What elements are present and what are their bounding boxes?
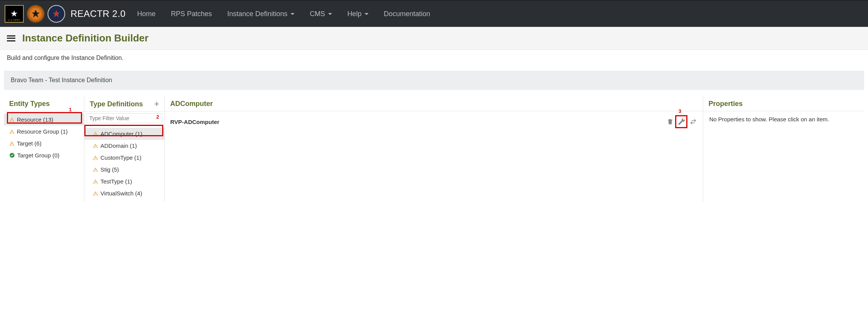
properties-title: Properties [709, 100, 743, 108]
type-definitions-list: ADComputer (1) ADDomain (1) CustomType (… [84, 126, 164, 202]
annotation-2: 2 [156, 114, 159, 120]
detail-title: ADComputer [170, 100, 213, 108]
warning-icon [93, 179, 98, 184]
type-definitions-header: Type Definitions + [84, 97, 164, 112]
brand-title: REACTR 2.0 [71, 8, 126, 19]
typedef-item-stig[interactable]: Stig (5) [84, 164, 164, 175]
nav-links: Home RPS Patches Instance Definitions CM… [137, 10, 430, 18]
typedef-item-virtualswitch[interactable]: VirtualSwitch (4) [84, 187, 164, 199]
entity-item-resource-group[interactable]: Resource Group (1) [4, 126, 84, 137]
detail-actions: 3 [666, 117, 697, 126]
type-definitions-title: Type Definitions [90, 100, 143, 108]
warning-icon [93, 167, 98, 172]
entity-types-header: Entity Types [4, 97, 84, 111]
page-description: Build and configure the Instance Definit… [0, 50, 868, 66]
breadcrumb: Bravo Team - Test Instance Definition [4, 71, 864, 90]
entity-item-label: Target (6) [17, 140, 41, 147]
properties-empty-message: No Properties to show. Please click on a… [703, 111, 864, 127]
check-circle-icon [9, 152, 15, 158]
navbar: ★U.S.ARMY REACTR 2.0 Home RPS Patches In… [0, 0, 868, 27]
detail-panel: ADComputer RVP-ADComputer 3 [165, 97, 703, 202]
warning-icon [93, 143, 98, 149]
nav-cms[interactable]: CMS [310, 10, 332, 18]
entity-types-panel: Entity Types 1 Resource (13) Resource Gr… [4, 97, 84, 202]
annotation-1: 1 [69, 107, 72, 112]
entity-item-label: Target Group (0) [17, 152, 59, 159]
typedef-item-testtype[interactable]: TestType (1) [84, 175, 164, 187]
navbar-logos: ★U.S.ARMY [5, 5, 65, 23]
warning-icon [93, 191, 98, 196]
secondary-logo [27, 5, 44, 23]
warning-icon [93, 155, 98, 160]
subheader: Instance Definition Builder [0, 27, 868, 50]
detail-row-name: RVP-ADComputer [170, 119, 219, 125]
swap-icon [690, 118, 697, 125]
entity-types-list: 1 Resource (13) Resource Group (1) Targe… [4, 111, 84, 164]
configure-button[interactable] [677, 117, 686, 126]
nav-documentation[interactable]: Documentation [384, 10, 430, 18]
typedef-item-customtype[interactable]: CustomType (1) [84, 152, 164, 164]
trash-icon [667, 118, 674, 125]
menu-toggle-icon[interactable] [7, 35, 15, 41]
typedef-item-label: ADDomain (1) [100, 142, 137, 149]
nav-instance-definitions[interactable]: Instance Definitions [227, 10, 294, 18]
annotation-3: 3 [679, 108, 681, 114]
add-type-definition-button[interactable]: + [154, 100, 159, 108]
entity-item-label: Resource (13) [17, 116, 53, 123]
typedef-item-label: CustomType (1) [100, 154, 141, 161]
builder-columns: Entity Types 1 Resource (13) Resource Gr… [4, 97, 864, 202]
tertiary-logo [48, 5, 65, 23]
nav-home[interactable]: Home [137, 10, 156, 18]
typedef-item-addomain[interactable]: ADDomain (1) [84, 140, 164, 152]
svg-marker-0 [31, 10, 40, 18]
wrench-icon [678, 118, 686, 126]
svg-marker-1 [53, 10, 60, 17]
type-filter-input[interactable] [87, 113, 162, 123]
typedef-item-label: TestType (1) [100, 178, 132, 185]
detail-body: RVP-ADComputer 3 [165, 111, 703, 132]
warning-icon [9, 117, 15, 122]
entity-types-title: Entity Types [9, 100, 50, 108]
typedef-item-label: ADComputer (1) [100, 131, 142, 137]
type-filter-wrap: 2 [84, 112, 164, 126]
nav-help[interactable]: Help [347, 10, 368, 18]
entity-item-target[interactable]: Target (6) [4, 137, 84, 149]
detail-header: ADComputer [165, 97, 703, 111]
type-definitions-panel: Type Definitions + 2 ADComputer (1) ADDo… [84, 97, 165, 202]
entity-item-target-group[interactable]: Target Group (0) [4, 149, 84, 161]
typedef-item-adcomputer[interactable]: ADComputer (1) [84, 128, 164, 140]
army-logo: ★U.S.ARMY [5, 5, 24, 23]
swap-button[interactable] [689, 117, 697, 126]
nav-rps[interactable]: RPS Patches [171, 10, 212, 18]
warning-icon [93, 131, 98, 137]
entity-item-label: Resource Group (1) [17, 128, 68, 135]
typedef-item-label: VirtualSwitch (4) [100, 190, 142, 197]
warning-icon [9, 129, 15, 134]
entity-item-resource[interactable]: Resource (13) [4, 114, 84, 126]
typedef-item-label: Stig (5) [100, 166, 119, 173]
properties-panel: Properties No Properties to show. Please… [703, 97, 864, 202]
delete-button[interactable] [666, 117, 674, 126]
detail-row: RVP-ADComputer 3 [170, 115, 697, 128]
properties-header: Properties [703, 97, 864, 111]
warning-icon [9, 141, 15, 146]
page-title: Instance Definition Builder [22, 32, 148, 44]
